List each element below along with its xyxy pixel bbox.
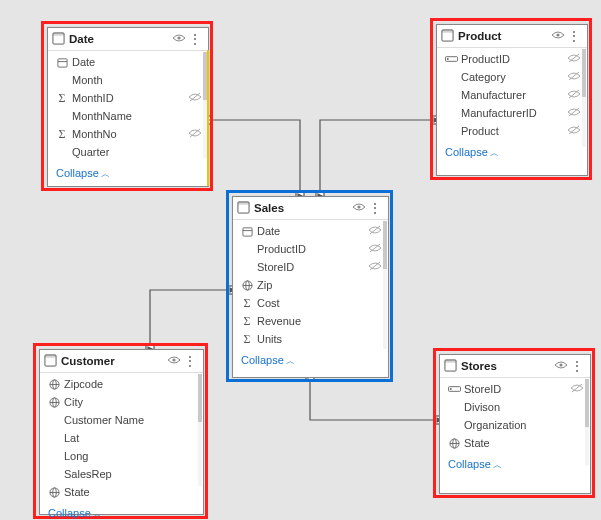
visibility-icon[interactable] (551, 29, 565, 43)
table-icon (444, 359, 457, 374)
field-name: SalesRep (62, 468, 197, 480)
svg-point-19 (357, 205, 360, 208)
field-name: Product (459, 125, 567, 137)
scrollbar-thumb[interactable] (582, 49, 586, 97)
svg-rect-29 (45, 354, 56, 357)
collapse-link[interactable]: Collapse︿ (440, 454, 590, 478)
table-customer[interactable]: Customer⋮ZipcodeCityCustomer NameLatLong… (39, 349, 204, 515)
field-row[interactable]: Divison (440, 398, 590, 416)
field-row[interactable]: ProductID (437, 50, 587, 68)
field-row[interactable]: Customer Name (40, 411, 203, 429)
field-name: Divison (462, 401, 584, 413)
hidden-icon (567, 125, 581, 137)
more-icon[interactable]: ⋮ (565, 29, 583, 43)
visibility-icon[interactable] (167, 354, 181, 368)
table-header[interactable]: Sales⋮ (233, 197, 388, 220)
collapse-link[interactable]: Collapse︿ (233, 350, 388, 374)
collapse-link[interactable]: Collapse︿ (437, 142, 587, 166)
field-row[interactable]: Product (437, 122, 587, 140)
relationship-path[interactable] (150, 290, 232, 349)
field-row[interactable]: Quarter (48, 143, 208, 161)
field-row[interactable]: MonthName (48, 107, 208, 125)
chevron-up-icon: ︿ (493, 460, 502, 470)
fields-list: ProductIDCategoryManufacturerManufacture… (437, 48, 587, 142)
svg-rect-18 (238, 201, 249, 204)
field-row[interactable]: ProductID (233, 240, 388, 258)
field-row[interactable]: State (440, 434, 590, 452)
scrollbar-thumb[interactable] (383, 221, 387, 269)
sigma-icon: Σ (54, 91, 70, 106)
field-name: City (62, 396, 197, 408)
field-row[interactable]: Zip (233, 276, 388, 294)
relationship-path[interactable] (310, 376, 439, 420)
table-title: Product (458, 30, 551, 42)
table-stores[interactable]: Stores⋮StoreIDDivisonOrganizationStateCo… (439, 354, 591, 494)
table-icon (44, 354, 57, 369)
globe-icon (46, 397, 62, 408)
field-row[interactable]: SalesRep (40, 465, 203, 483)
hidden-icon (567, 107, 581, 119)
field-row[interactable]: ΣMonthNo (48, 125, 208, 143)
field-row[interactable]: StoreID (440, 380, 590, 398)
collapse-link[interactable]: Collapse︿ (48, 163, 208, 187)
scrollbar-thumb[interactable] (585, 379, 589, 427)
field-name: Zipcode (62, 378, 197, 390)
key-icon (446, 384, 462, 394)
scrollbar-thumb[interactable] (198, 374, 202, 422)
visibility-icon[interactable] (352, 201, 366, 215)
field-row[interactable]: ΣUnits (233, 330, 388, 348)
more-icon[interactable]: ⋮ (181, 354, 199, 368)
globe-icon (446, 438, 462, 449)
field-row[interactable]: Category (437, 68, 587, 86)
field-row[interactable]: Long (40, 447, 203, 465)
field-row[interactable]: StoreID (233, 258, 388, 276)
field-row[interactable]: Month (48, 71, 208, 89)
table-sales[interactable]: Sales⋮DateProductIDStoreIDZipΣCostΣReven… (232, 196, 389, 378)
more-icon[interactable]: ⋮ (366, 201, 384, 215)
field-row[interactable]: ΣCost (233, 294, 388, 312)
table-date[interactable]: Date⋮DateMonthΣMonthIDMonthNameΣMonthNoQ… (47, 27, 209, 187)
svg-point-44 (449, 388, 451, 390)
more-icon[interactable]: ⋮ (568, 359, 586, 373)
field-row[interactable]: ΣRevenue (233, 312, 388, 330)
relationship-path[interactable] (320, 120, 436, 196)
table-header[interactable]: Customer⋮ (40, 350, 203, 373)
visibility-icon[interactable] (172, 32, 186, 46)
hidden-icon (567, 53, 581, 65)
table-header[interactable]: Date⋮ (48, 28, 208, 51)
key-icon (443, 54, 459, 64)
visibility-icon[interactable] (554, 359, 568, 373)
table-icon (237, 201, 250, 216)
fields-list: DateProductIDStoreIDZipΣCostΣRevenueΣUni… (233, 220, 388, 350)
more-icon[interactable]: ⋮ (186, 32, 204, 46)
svg-rect-3 (57, 58, 66, 66)
table-header[interactable]: Product⋮ (437, 25, 587, 48)
field-row[interactable]: Lat (40, 429, 203, 447)
collapse-link[interactable]: Collapse︿ (40, 503, 203, 520)
field-row[interactable]: ManufacturerID (437, 104, 587, 122)
table-title: Sales (254, 202, 352, 214)
table-header[interactable]: Stores⋮ (440, 355, 590, 378)
field-name: StoreID (255, 261, 368, 273)
svg-rect-20 (242, 227, 251, 235)
relationship-path[interactable] (207, 120, 300, 196)
field-row[interactable]: Zipcode (40, 375, 203, 393)
field-row[interactable]: Organization (440, 416, 590, 434)
table-title: Date (69, 33, 172, 45)
field-name: Manufacturer (459, 89, 567, 101)
field-row[interactable]: ΣMonthID (48, 89, 208, 107)
svg-point-30 (172, 358, 175, 361)
hidden-icon (368, 243, 382, 255)
field-name: Month (70, 74, 202, 86)
table-product[interactable]: Product⋮ProductIDCategoryManufacturerMan… (436, 24, 588, 176)
hidden-icon (188, 128, 202, 140)
hidden-icon (368, 261, 382, 273)
field-name: Revenue (255, 315, 382, 327)
field-row[interactable]: Date (48, 53, 208, 71)
field-row[interactable]: State (40, 483, 203, 501)
field-row[interactable]: City (40, 393, 203, 411)
field-row[interactable]: Date (233, 222, 388, 240)
field-row[interactable]: Manufacturer (437, 86, 587, 104)
table-icon (52, 32, 65, 47)
hidden-icon (368, 225, 382, 237)
